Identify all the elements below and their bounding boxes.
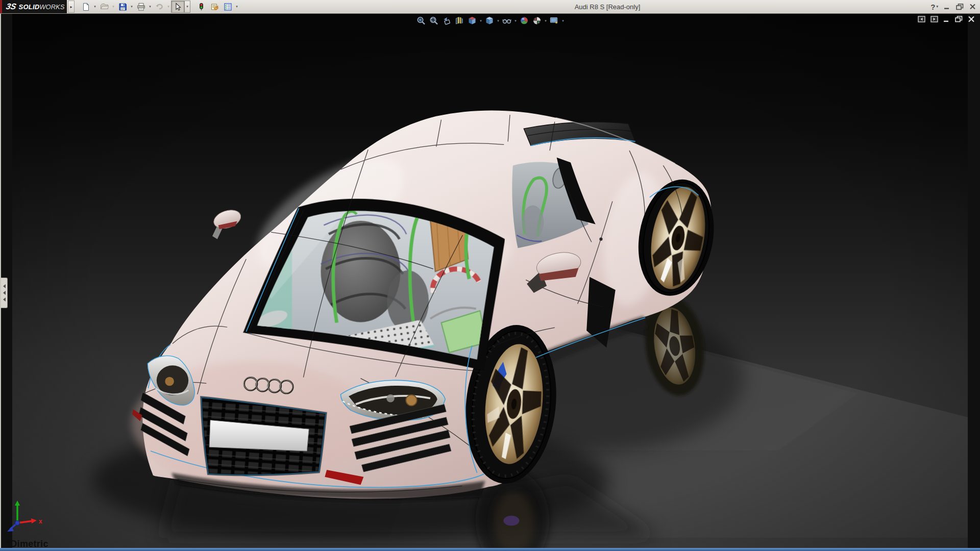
undo-dropdown[interactable]: ▾	[166, 1, 171, 12]
zoom-to-fit-button[interactable]	[415, 14, 428, 27]
save-dropdown[interactable]: ▾	[129, 1, 134, 12]
collapse-arrow-icon	[3, 291, 6, 295]
titlebar: 3S SOLIDWORKS ▸ ▾ ▾ ▾	[0, 0, 980, 14]
print-button[interactable]	[134, 1, 148, 13]
display-style-button[interactable]	[483, 14, 496, 27]
logo-text-light: WORKS	[39, 3, 64, 11]
headsup-view-toolbar: ▾ ▾ ▾	[415, 14, 566, 27]
apply-scene-dropdown[interactable]: ▾	[544, 14, 548, 27]
undo-button[interactable]	[153, 1, 166, 13]
model-viewport[interactable]	[0, 14, 980, 551]
edit-appearance-button[interactable]	[518, 14, 531, 27]
new-dropdown[interactable]: ▾	[92, 1, 97, 12]
select-dropdown[interactable]: ▾	[184, 1, 190, 13]
standard-toolbar: ▾ ▾ ▾ ▾	[79, 1, 239, 13]
logo-red-sliver	[0, 0, 2, 13]
view-settings-button[interactable]	[548, 14, 561, 27]
window-bottom-border	[0, 548, 980, 551]
section-view-icon	[455, 16, 464, 26]
view-orientation-icon	[468, 16, 477, 26]
reference-triad: x	[3, 498, 49, 539]
restore-button[interactable]	[956, 4, 964, 10]
x-axis-label: x	[39, 518, 42, 525]
save-floppy-icon	[118, 3, 127, 11]
doc-minimize-button[interactable]	[943, 16, 950, 22]
graphics-area[interactable]: ▾ ▾ ▾	[0, 14, 980, 551]
collapse-arrow-icon	[3, 297, 6, 302]
print-dropdown[interactable]: ▾	[148, 1, 153, 12]
apply-scene-button[interactable]	[531, 14, 544, 27]
open-dropdown[interactable]: ▾	[111, 1, 116, 12]
view-settings-dropdown[interactable]: ▾	[561, 14, 566, 27]
options-checklist-icon	[224, 3, 232, 11]
hide-show-items-dropdown[interactable]: ▾	[513, 14, 518, 27]
window-title: Audi R8 S [Read-only]	[575, 0, 641, 13]
rebuild-traffic-light-icon	[197, 3, 206, 11]
window-controls: ?▾	[930, 0, 976, 13]
section-view-button[interactable]	[453, 14, 466, 27]
previous-view-button[interactable]	[440, 14, 453, 27]
view-settings-icon	[550, 16, 559, 26]
hide-show-items-icon	[502, 16, 512, 26]
select-cursor-icon	[174, 3, 182, 11]
doc-close-button[interactable]	[968, 16, 975, 22]
file-properties-button[interactable]	[208, 1, 221, 13]
zoom-to-area-icon	[429, 16, 439, 26]
save-button[interactable]	[116, 1, 129, 13]
select-button[interactable]	[171, 1, 184, 13]
new-button[interactable]	[79, 1, 92, 13]
dock-left-icon[interactable]	[918, 16, 925, 22]
dock-right-icon[interactable]	[930, 16, 938, 22]
help-button[interactable]: ?▾	[930, 3, 938, 11]
new-document-icon	[82, 3, 90, 11]
doc-restore-button[interactable]	[955, 16, 963, 22]
document-window-controls	[918, 16, 975, 22]
print-icon	[137, 3, 145, 11]
feature-panel-collapsed-tab[interactable]	[1, 278, 8, 308]
open-button[interactable]	[97, 1, 111, 13]
rebuild-button[interactable]	[194, 1, 208, 13]
open-folder-icon	[100, 3, 109, 11]
collapse-arrow-icon	[3, 284, 6, 288]
menu-flyout-arrow[interactable]: ▸	[68, 1, 75, 13]
solidworks-logo-mark-icon: 3S	[5, 2, 17, 11]
logo-text-bold: SOLID	[19, 3, 40, 11]
apply-scene-icon	[532, 16, 542, 26]
zoom-to-area-button[interactable]	[428, 14, 440, 27]
undo-icon	[155, 3, 164, 11]
door-pin	[599, 238, 602, 241]
solidworks-logo: 3S SOLIDWORKS	[0, 0, 67, 13]
hide-show-items-button[interactable]	[501, 14, 513, 27]
file-properties-icon	[210, 3, 219, 11]
edit-appearance-icon	[520, 16, 529, 26]
minimize-button[interactable]	[944, 4, 950, 10]
zoom-to-fit-icon	[416, 16, 426, 26]
options-button[interactable]	[221, 1, 234, 13]
options-dropdown[interactable]: ▾	[234, 1, 239, 12]
help-dropdown[interactable]: ▾	[936, 5, 938, 9]
display-style-icon	[485, 16, 495, 26]
view-orientation-button[interactable]	[466, 14, 479, 27]
view-orientation-dropdown[interactable]: ▾	[479, 14, 483, 27]
display-style-dropdown[interactable]: ▾	[496, 14, 501, 27]
close-button[interactable]	[969, 4, 976, 10]
previous-view-icon	[442, 16, 452, 26]
